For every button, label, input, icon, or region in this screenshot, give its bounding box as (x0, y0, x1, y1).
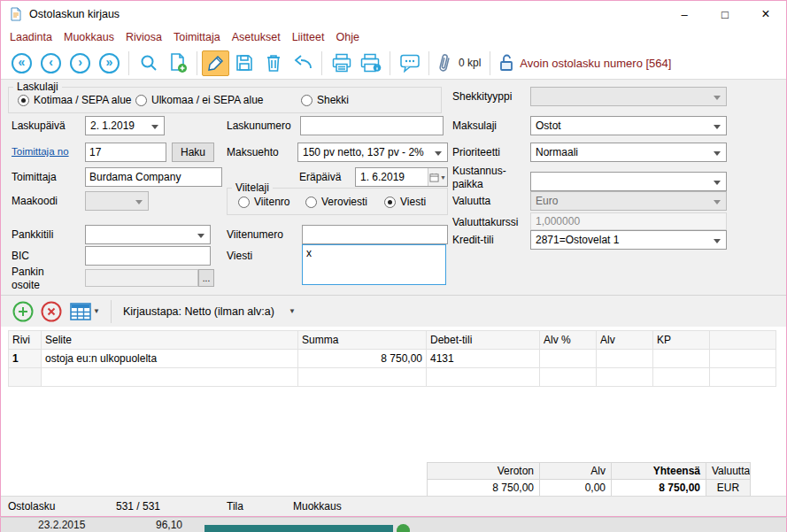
haku-button[interactable]: Haku (172, 143, 214, 162)
attachments-button[interactable] (434, 50, 455, 76)
table-row[interactable] (9, 368, 776, 387)
cell-selite[interactable]: ostoja eu:n ulkopuolelta (42, 350, 298, 368)
status-mode: Muokkaus (293, 500, 342, 513)
close-button[interactable]: × (745, 1, 786, 27)
kredit-tili-combo[interactable]: 2871=Ostovelat 1 (530, 230, 727, 250)
cell-rivi: 1 (9, 350, 42, 368)
col-header-rivi[interactable]: Rivi (9, 331, 42, 350)
toimittaja-label: Toimittaja (12, 171, 57, 183)
cell-summa[interactable] (298, 368, 427, 387)
menubar: Laadinta Muokkaus Riviosa Toimittaja Ase… (1, 27, 786, 47)
edit-mode-button[interactable] (202, 50, 229, 76)
laskupaiva-combo[interactable]: 2. 1.2019 (85, 116, 165, 135)
col-header-kp[interactable]: KP (653, 331, 710, 350)
menu-asetukset[interactable]: Asetukset (232, 31, 281, 43)
first-record-button[interactable]: « (7, 50, 36, 76)
menu-muokkaus[interactable]: Muokkaus (64, 31, 114, 43)
valuutta-label: Valuutta (452, 195, 490, 207)
search-button[interactable] (134, 50, 163, 76)
bic-input[interactable] (85, 246, 211, 266)
shekkityyppi-label: Shekkityyppi (452, 90, 512, 103)
cell-rivi (9, 368, 42, 387)
col-header-alv[interactable]: Alv (597, 331, 653, 350)
cell-kp[interactable] (653, 350, 710, 368)
combo-value: Euro (536, 195, 558, 207)
valuutta-combo[interactable]: Euro (530, 191, 727, 211)
cell-selite[interactable] (42, 368, 298, 387)
maximize-button[interactable]: □ (705, 1, 745, 27)
erapaiva-datepicker[interactable]: 1. 6.2019 ▼ (355, 167, 448, 187)
valuuttakurssi-label: Valuuttakurssi (452, 216, 518, 228)
radio-kotimaa-sepa[interactable]: Kotimaa / SEPA alue (18, 94, 132, 106)
pankin-osoite-browse-button[interactable]: ... (198, 269, 214, 287)
col-header-filler (710, 331, 776, 350)
maksulaji-combo[interactable]: Ostot (530, 116, 727, 135)
menu-laadinta[interactable]: Laadinta (10, 31, 52, 43)
radio-viesti[interactable]: Viesti (384, 196, 426, 208)
pankkitili-combo[interactable] (85, 225, 211, 244)
prioriteetti-combo[interactable]: Normaali (530, 143, 727, 162)
statusbar: Ostolasku 531 / 531 Tila Muokkaus (1, 496, 786, 516)
last-record-button[interactable]: » (95, 50, 124, 76)
delete-row-button[interactable] (37, 298, 66, 325)
radio-veroviesti[interactable]: Veroviesti (305, 196, 367, 208)
cell-debet[interactable] (427, 368, 540, 387)
col-header-selite[interactable]: Selite (42, 331, 298, 350)
cell-alv[interactable] (597, 350, 653, 368)
save-button[interactable] (229, 50, 258, 76)
laskupaiva-label: Laskupäivä (12, 120, 66, 132)
viesti-label: Viesti (227, 250, 252, 262)
radio-viitenro[interactable]: Viitenro (238, 196, 289, 208)
col-header-summa[interactable]: Summa (298, 331, 427, 350)
minimize-button[interactable]: – (664, 1, 705, 27)
combo-value: Ostot (536, 120, 561, 132)
toolbar-separator (428, 51, 429, 75)
menu-riviosa[interactable]: Riviosa (126, 31, 162, 43)
viitelaji-label: Viitelaji (232, 181, 273, 194)
toimittaja-no-input[interactable] (85, 143, 166, 162)
viitenumero-input[interactable] (302, 225, 448, 244)
maksuehto-combo[interactable]: 150 pv netto, 137 pv - 2% (297, 143, 448, 162)
viesti-textarea[interactable]: x (302, 244, 446, 285)
grid-options-button[interactable]: ▼ (66, 298, 104, 325)
toimittaja-input[interactable] (85, 167, 222, 187)
radio-ulkomaa[interactable]: Ulkomaa / ei SEPA alue (135, 94, 264, 106)
cell-summa[interactable]: 8 750,00 (298, 350, 427, 368)
print-preview-button[interactable] (356, 50, 385, 76)
attachment-count: 0 kpl (459, 57, 481, 69)
add-row-button[interactable] (9, 298, 37, 325)
comment-button[interactable] (395, 50, 424, 76)
maksuehto-label: Maksuehto (227, 146, 279, 158)
cell-debet[interactable]: 4131 (427, 350, 540, 368)
maakoodi-label: Maakoodi (12, 195, 58, 207)
radio-icon (384, 197, 396, 208)
total-veroton: 8 750,00 (428, 480, 540, 497)
kustannuspaikka-combo[interactable] (530, 172, 727, 191)
col-header-debet-tili[interactable]: Debet-tili (427, 331, 540, 350)
radio-shekki[interactable]: Shekki (301, 94, 349, 106)
cell-alv-pct[interactable] (540, 368, 597, 387)
new-document-button[interactable] (163, 50, 192, 76)
delete-button[interactable] (258, 50, 288, 76)
kirjaustapa-dropdown[interactable]: Kirjaustapa: Netto (ilman alv:a) ▼ (118, 303, 301, 320)
maakoodi-combo[interactable] (85, 191, 149, 211)
pen-icon (207, 54, 225, 72)
cell-kp[interactable] (653, 368, 710, 387)
previous-record-button[interactable]: ‹ (36, 50, 66, 76)
col-header-alv-pct[interactable]: Alv % (540, 331, 597, 350)
next-record-button[interactable]: › (66, 50, 95, 76)
table-row[interactable]: 1 ostoja eu:n ulkopuolelta 8 750,00 4131 (9, 350, 776, 368)
print-button[interactable] (327, 50, 356, 76)
laskunumero-input[interactable] (300, 116, 444, 135)
calendar-dropdown-button[interactable]: ▼ (428, 168, 447, 186)
cell-alv-pct[interactable] (540, 350, 597, 368)
shekkityyppi-combo[interactable] (530, 87, 727, 106)
menu-liitteet[interactable]: Liitteet (292, 31, 325, 43)
screen: Ostolaskun kirjaus – □ × Laadinta Muokka… (0, 0, 787, 532)
menu-ohje[interactable]: Ohje (336, 31, 359, 43)
menu-toimittaja[interactable]: Toimittaja (174, 31, 220, 43)
cell-alv[interactable] (597, 368, 653, 387)
status-tila-label: Tila (227, 500, 243, 513)
undo-button[interactable] (288, 50, 317, 76)
toimittaja-no-link[interactable]: Toimittaja no (12, 146, 69, 157)
